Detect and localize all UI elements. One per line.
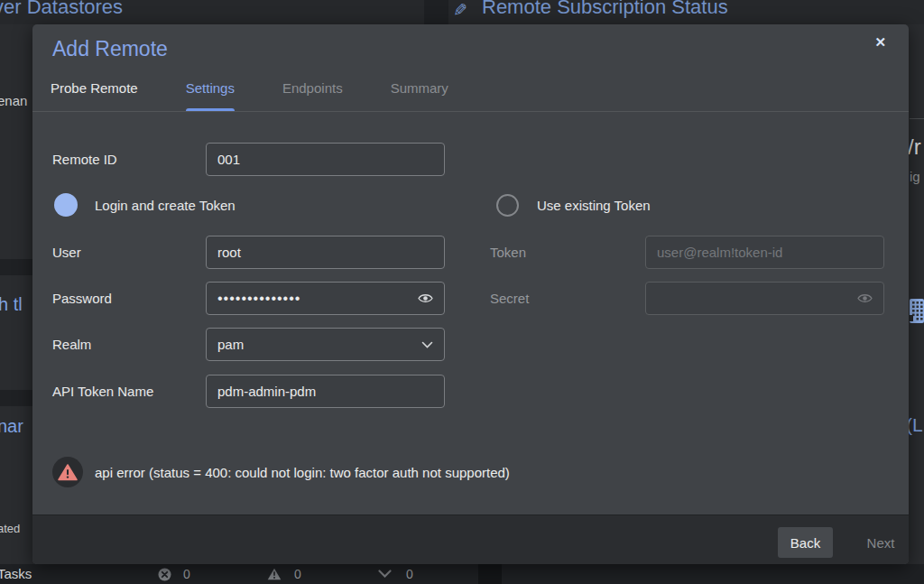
ok-count: 0 (406, 567, 413, 581)
panel-divider (424, 0, 448, 24)
remote-id-value: 001 (217, 152, 240, 167)
secret-reveal-eye-icon[interactable] (857, 292, 873, 304)
tab-summary[interactable]: Summary (391, 80, 448, 112)
api-token-name-label: API Token Name (52, 375, 153, 408)
bg-fragment-text: enan (0, 93, 27, 108)
password-masked-value: •••••••••••••• (217, 291, 300, 307)
password-input[interactable]: •••••••••••••• (206, 282, 445, 315)
tab-probe-remote[interactable]: Probe Remote (51, 80, 138, 112)
password-label: Password (52, 282, 112, 315)
api-token-name-value: pdm-admin-pdm (217, 384, 316, 399)
chevron-down-icon (378, 570, 392, 578)
use-existing-token-label[interactable]: Use existing Token (537, 189, 651, 222)
login-create-token-radio[interactable] (54, 193, 78, 217)
warning-triangle-icon (58, 464, 78, 481)
bg-fragment-text: ated (0, 522, 20, 535)
server-grid-icon (910, 299, 924, 327)
user-value: root (217, 245, 241, 260)
secret-input[interactable] (645, 282, 884, 315)
token-input[interactable]: user@realm!token-id (645, 236, 884, 269)
api-token-name-input[interactable]: pdm-admin-pdm (206, 375, 445, 408)
remote-id-input[interactable]: 001 (206, 143, 445, 176)
token-label: Token (490, 236, 526, 269)
tasks-label: Tasks (0, 566, 32, 581)
close-button[interactable]: ✕ (874, 34, 886, 51)
realm-value: pam (217, 337, 244, 352)
error-count: 0 (183, 567, 190, 581)
close-icon: ✕ (874, 34, 886, 50)
add-remote-dialog: Add Remote ✕ Probe Remote Settings Endpo… (32, 24, 909, 564)
warning-count: 0 (294, 567, 301, 581)
bg-fragment-text: /r (908, 134, 921, 160)
error-badge (52, 457, 83, 487)
remote-id-label: Remote ID (52, 143, 117, 176)
error-message: api error (status = 400: could not login… (95, 457, 510, 487)
statusbar-divider (478, 564, 502, 584)
tasks-statusbar: Tasks 0 0 0 (0, 564, 924, 584)
login-create-token-label[interactable]: Login and create Token (95, 189, 236, 222)
tab-endpoints[interactable]: Endpoints (282, 80, 343, 112)
next-button[interactable]: Next (845, 527, 916, 558)
bg-fragment-text: ig (910, 169, 920, 184)
secret-label: Secret (490, 282, 529, 315)
header-separator (32, 111, 909, 112)
screen: ver Datastores ✎ Remote Subscription Sta… (0, 0, 924, 584)
chevron-down-icon (421, 341, 433, 348)
background-topbar: ver Datastores ✎ Remote Subscription Sta… (0, 0, 924, 24)
tab-settings[interactable]: Settings (186, 80, 235, 112)
password-reveal-eye-icon[interactable] (418, 292, 433, 304)
realm-label: Realm (52, 328, 91, 361)
user-input[interactable]: root (206, 236, 445, 269)
bg-fragment-link[interactable]: nar (0, 416, 23, 437)
use-existing-token-radio[interactable] (496, 194, 519, 217)
back-button[interactable]: Back (778, 527, 833, 558)
pen-icon: ✎ (453, 0, 467, 21)
background-divider-band (0, 259, 32, 275)
realm-select[interactable]: pam (206, 328, 445, 361)
datastores-panel-title: ver Datastores (0, 0, 123, 19)
dialog-title: Add Remote (52, 37, 168, 61)
remote-subscription-panel-title: Remote Subscription Status (482, 0, 728, 19)
token-placeholder: user@realm!token-id (657, 245, 782, 260)
bg-fragment-link[interactable]: h tl (0, 294, 23, 315)
background-divider-band (0, 390, 32, 406)
user-label: User (52, 236, 81, 269)
error-circle-icon (158, 568, 171, 581)
bg-panel-border (910, 118, 924, 119)
wizard-tabbar: Probe Remote Settings Endpoints Summary (51, 80, 496, 112)
warning-triangle-icon (267, 568, 282, 580)
